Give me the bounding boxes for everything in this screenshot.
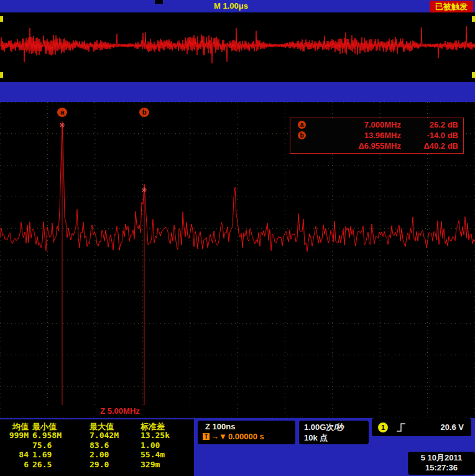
trigger-position-readout: T →▼ 0.00000 s: [198, 432, 295, 441]
stats-value: 83.6: [90, 441, 137, 450]
stats-value: 2.00: [90, 450, 137, 459]
time-domain-window: [0, 12, 475, 82]
trigger-flag-icon: T: [203, 433, 210, 440]
stats-value: 55.4m: [141, 450, 198, 459]
date-readout: 5 10月2011: [408, 453, 475, 463]
readout-row: b13.96MHz-14.0 dB: [290, 130, 463, 141]
stats-value: 6: [0, 460, 29, 469]
channel-1-badge: 1: [378, 422, 388, 432]
peak-cross-a-icon: [60, 123, 65, 128]
stats-value: 26.5: [32, 460, 86, 469]
stats-row: 626.529.0329m: [0, 460, 194, 469]
readout-row: Δ6.955MHzΔ40.2 dB: [290, 141, 463, 151]
oscilloscope-screen: M 1.00μs 已被触发 a b a7.000MHz26.2 dBb13.96…: [0, 0, 475, 476]
stats-value: [0, 441, 29, 450]
stats-value: 84: [0, 450, 29, 459]
zoom-bracket-icon: [472, 16, 475, 22]
acquisition-panel: 1.00G次/秒 10k 点: [299, 421, 369, 444]
stats-row: 999M6.958M7.042M13.25k: [0, 431, 194, 440]
fft-window: a b a7.000MHz26.2 dBb13.96MHz-14.0 dBΔ6.…: [0, 102, 475, 418]
zoom-bracket-icon: [0, 72, 3, 78]
datetime-panel: 5 10月2011 15:27:36: [408, 452, 475, 475]
cursor-readout-box: a7.000MHz26.2 dBb13.96MHz-14.0 dBΔ6.955M…: [290, 118, 464, 154]
stats-value: 75.6: [32, 441, 86, 450]
measurement-stats-table: 均值最小值最大值标准差999M6.958M7.042M13.25k75.683.…: [0, 419, 194, 476]
readout-level: Δ40.2 dB: [401, 141, 463, 151]
readout-badge-b: b: [298, 131, 306, 139]
fft-scale-readout: Z 5.00MHz: [47, 406, 193, 416]
stats-value: 7.042M: [90, 431, 137, 440]
stats-value: 29.0: [90, 460, 137, 469]
stats-header-row: 均值最小值最大值标准差: [0, 421, 194, 431]
readout-level: -14.0 dB: [401, 131, 463, 140]
peak-marker-b-badge: b: [139, 108, 149, 117]
top-notch: [155, 0, 163, 4]
peak-marker-a-badge: a: [57, 108, 67, 117]
readout-frequency: 7.000MHz: [309, 120, 401, 129]
peak-cross-b-icon: [142, 187, 147, 192]
stats-row: 75.683.61.00: [0, 441, 194, 450]
stats-value: 6.958M: [32, 431, 86, 440]
stats-value: 1.69: [32, 450, 86, 459]
status-bar: 均值最小值最大值标准差999M6.958M7.042M13.25k75.683.…: [0, 418, 475, 476]
rising-edge-icon: [395, 422, 407, 433]
trigger-position-value: 0.00000 s: [228, 432, 264, 441]
zoom-bracket-icon: [0, 16, 3, 22]
stats-header: 均值: [0, 421, 29, 431]
zoom-timebase-readout: Z 100ns: [198, 421, 295, 431]
readout-frequency: Δ6.955MHz: [309, 141, 401, 151]
trigger-level-readout: 20.6 V: [440, 422, 471, 432]
sample-rate-readout: 1.00G次/秒: [304, 422, 369, 432]
record-length-readout: 10k 点: [304, 432, 369, 443]
stats-value: 13.25k: [141, 431, 198, 440]
readout-badge-a: a: [298, 121, 306, 129]
time-readout: 15:27:36: [408, 463, 475, 473]
stats-value: 329m: [141, 460, 198, 469]
stats-header: 最小值: [32, 421, 86, 431]
readout-frequency: 13.96MHz: [309, 131, 401, 140]
readout-level: 26.2 dB: [401, 120, 463, 129]
main-timebase-readout: M 1.00μs: [214, 1, 248, 11]
top-bar: M 1.00μs 已被触发: [0, 0, 475, 12]
trigger-info-panel: 1 20.6 V: [372, 418, 471, 436]
stats-value: 1.00: [141, 441, 198, 450]
stats-header: 最大值: [90, 421, 137, 431]
stats-row: 841.692.0055.4m: [0, 450, 194, 459]
time-domain-trace: [0, 26, 475, 63]
trigger-status-badge: 已被触发: [430, 1, 473, 13]
readout-row: a7.000MHz26.2 dB: [290, 119, 463, 130]
stats-header: 标准差: [141, 421, 198, 431]
time-domain-plot: [0, 12, 475, 82]
trigger-arrow-icon: →▼: [211, 432, 227, 441]
zoom-bracket-icon: [472, 72, 475, 78]
zoom-timebase-panel: Z 100ns T →▼ 0.00000 s: [198, 421, 295, 444]
stats-value: 999M: [0, 431, 29, 440]
